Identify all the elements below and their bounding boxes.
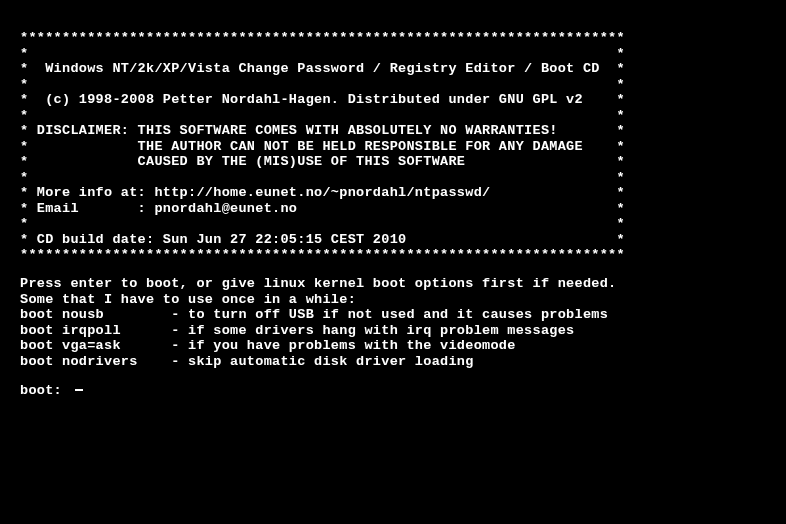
instructions-intro: Press enter to boot, or give linux kerne…: [20, 276, 766, 292]
cursor-icon: [75, 389, 83, 391]
boot-option: boot nodrivers - skip automatic disk dri…: [20, 354, 766, 370]
banner-row: * (c) 1998-2008 Petter Nordahl-Hagen. Di…: [20, 92, 766, 108]
instructions-intro: Some that I have to use once in a while:: [20, 292, 766, 308]
banner-row: * *: [20, 216, 766, 232]
banner-row: * Email : pnordahl@eunet.no *: [20, 201, 766, 217]
boot-banner: ****************************************…: [20, 30, 766, 263]
boot-option: boot irqpoll - if some drivers hang with…: [20, 323, 766, 339]
banner-row: * More info at: http://home.eunet.no/~pn…: [20, 185, 766, 201]
boot-prompt-row[interactable]: boot:: [20, 383, 766, 399]
banner-row: * *: [20, 170, 766, 186]
banner-row: * *: [20, 108, 766, 124]
boot-prompt-label: boot:: [20, 383, 70, 399]
banner-row: * DISCLAIMER: THIS SOFTWARE COMES WITH A…: [20, 123, 766, 139]
banner-row: * *: [20, 77, 766, 93]
banner-row: * *: [20, 46, 766, 62]
banner-row: * CD build date: Sun Jun 27 22:05:15 CES…: [20, 232, 766, 248]
instructions-block: Press enter to boot, or give linux kerne…: [20, 276, 766, 369]
spacer: [20, 263, 766, 277]
banner-border-bottom: ****************************************…: [20, 247, 766, 263]
banner-border-top: ****************************************…: [20, 30, 766, 46]
boot-option: boot vga=ask - if you have problems with…: [20, 338, 766, 354]
banner-row: * CAUSED BY THE (MIS)USE OF THIS SOFTWAR…: [20, 154, 766, 170]
boot-prompt-input[interactable]: [70, 383, 72, 399]
spacer: [20, 369, 766, 383]
boot-option: boot nousb - to turn off USB if not used…: [20, 307, 766, 323]
banner-row: * Windows NT/2k/XP/Vista Change Password…: [20, 61, 766, 77]
banner-row: * THE AUTHOR CAN NOT BE HELD RESPONSIBLE…: [20, 139, 766, 155]
